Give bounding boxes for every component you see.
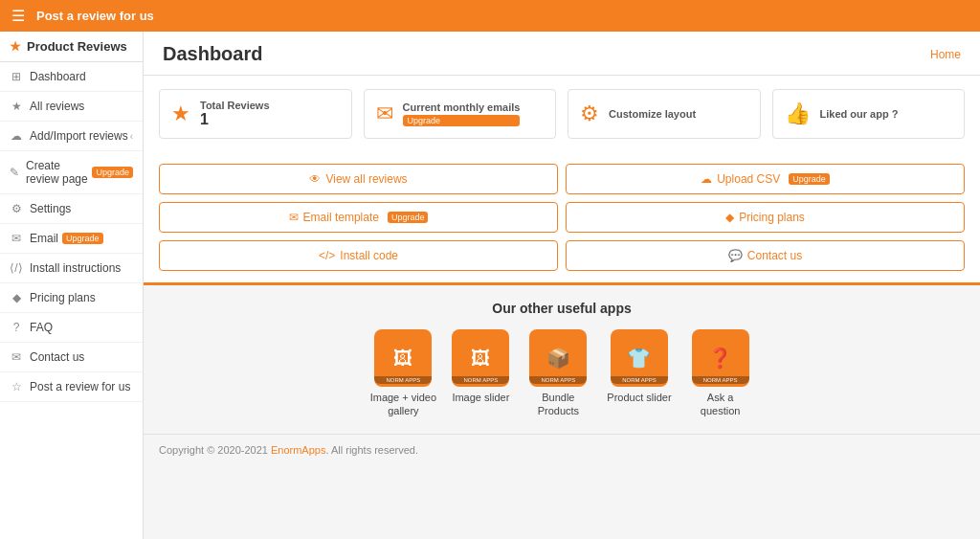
star-stat-icon: ★ [171,101,190,126]
stat-card-monthly-emails[interactable]: ✉ Current monthly emails Upgrade [364,89,557,139]
email-stat-icon: ✉ [376,101,393,126]
content-header: Dashboard Home [144,32,980,76]
home-link[interactable]: Home [930,48,961,61]
install-code-label: Install code [340,249,398,262]
norm-badge-0: NORM APPS [374,376,432,384]
sidebar-item-settings[interactable]: ⚙ Settings [0,194,143,224]
app-card-product-slider[interactable]: 👕 NORM APPS Product slider [607,329,671,418]
footer: Copyright © 2020-2021 EnormApps. All rig… [144,434,980,465]
pricing-plans-button[interactable]: ◆ Pricing plans [566,202,965,233]
edit-icon: ✎ [10,166,19,179]
app-card-bundle-products[interactable]: 📦 NORM APPS Bundle Products [524,329,591,418]
sidebar-label-settings: Settings [30,202,71,215]
sidebar-logo: ★ Product Reviews [0,32,143,62]
stat-label-emails: Current monthly emails [403,101,521,113]
upgrade-badge: Upgrade [92,167,133,178]
other-apps-section: Our other useful apps 🖼 NORM APPS Image … [144,285,980,434]
sidebar-label-contact: Contact us [30,350,84,364]
gear-stat-icon: ⚙ [580,101,599,126]
sidebar-item-post-review[interactable]: ☆ Post a review for us [0,372,143,402]
upload-csv-button[interactable]: ☁ Upload CSV Upgrade [566,164,965,194]
app-icon-bundle-products: 📦 NORM APPS [529,329,587,387]
page-title: Dashboard [163,43,262,65]
stat-info-customize: Customize layout [609,108,696,120]
app-label-image-gallery: Image + video gallery [369,391,436,418]
stat-value-total: 1 [200,111,270,128]
app-label-product-slider: Product slider [607,391,671,404]
upgrade-badge-email-template: Upgrade [388,212,429,223]
sidebar-label-add-import: Add/Import reviews [30,129,128,143]
view-reviews-label: View all reviews [325,172,407,186]
stat-info-total: Total Reviews 1 [200,100,270,128]
norm-badge-1: NORM APPS [452,376,509,384]
norm-badge-3: NORM APPS [611,376,668,384]
eye-icon: 👁 [309,172,321,186]
app-icon-image-gallery: 🖼 NORM APPS [374,329,432,387]
app-label-image-slider: Image slider [452,391,509,404]
stat-label-liked: Liked our app ? [820,108,899,120]
post-star-icon: ☆ [10,380,23,393]
upgrade-badge-csv: Upgrade [789,173,830,185]
stats-row: ★ Total Reviews 1 ✉ Current monthly emai… [144,76,980,152]
upload-csv-icon: ☁ [701,172,712,186]
contact-us-button[interactable]: 💬 Contact us [566,240,965,271]
stat-label-total: Total Reviews [200,100,270,111]
top-bar-label: Post a review for us [36,9,154,23]
sidebar-item-faq[interactable]: ? FAQ [0,313,143,343]
star-icon: ★ [10,39,21,54]
sidebar-item-create-review[interactable]: ✎ Create review page Upgrade [0,151,143,194]
sidebar-item-install[interactable]: ⟨/⟩ Install instructions [0,254,143,283]
chat-icon: 💬 [728,249,743,262]
question-icon: ? [10,321,23,334]
sidebar-label-dashboard: Dashboard [30,70,86,83]
tag-action-icon: ◆ [725,211,734,224]
star-icon: ★ [10,100,23,113]
norm-badge-4: NORM APPS [692,376,749,384]
sidebar-item-pricing[interactable]: ◆ Pricing plans [0,283,143,313]
pricing-plans-label: Pricing plans [739,211,805,224]
app-name: Product Reviews [27,39,127,54]
stat-card-total-reviews[interactable]: ★ Total Reviews 1 [159,89,352,139]
sidebar-label-all-reviews: All reviews [30,100,84,113]
content-area: Dashboard Home ★ Total Reviews 1 ✉ Curre… [144,32,980,539]
sidebar-label-post-review: Post a review for us [30,380,130,393]
upload-csv-label: Upload CSV [717,172,780,186]
email-template-icon: ✉ [289,211,299,224]
sidebar-label-install: Install instructions [30,261,121,275]
sidebar-label-create-review: Create review page [26,159,88,186]
sidebar-item-email[interactable]: ✉ Email Upgrade [0,224,143,254]
hamburger-icon[interactable]: ☰ [11,7,25,25]
footer-link[interactable]: EnormApps [271,444,325,456]
email-template-button[interactable]: ✉ Email template Upgrade [159,202,558,233]
stat-card-customize[interactable]: ⚙ Customize layout [568,89,761,139]
app-card-image-slider[interactable]: 🖼 NORM APPS Image slider [452,329,509,418]
app-card-ask-question[interactable]: ❓ NORM APPS Ask a question [687,329,754,418]
top-bar: ☰ Post a review for us [0,0,980,32]
sidebar-item-add-import[interactable]: ☁ Add/Import reviews ‹ [0,122,143,151]
install-code-button[interactable]: </> Install code [159,240,558,271]
footer-suffix: . All rights reserved. [325,444,418,456]
app-card-image-gallery[interactable]: 🖼 NORM APPS Image + video gallery [369,329,436,418]
sidebar: ★ Product Reviews ⊞ Dashboard ★ All revi… [0,32,144,539]
stat-label-customize: Customize layout [609,108,696,120]
contact-icon: ✉ [10,350,23,364]
sidebar-label-faq: FAQ [30,321,53,334]
app-icon-ask-question: ❓ NORM APPS [692,329,749,387]
app-icon-product-slider: 👕 NORM APPS [611,329,668,387]
stat-info-liked: Liked our app ? [820,108,899,120]
app-label-bundle-products: Bundle Products [524,391,591,418]
email-template-label: Email template [303,211,379,224]
stat-card-liked[interactable]: 👍 Liked our app ? [772,89,966,139]
norm-badge-2: NORM APPS [529,376,587,384]
upgrade-badge-email: Upgrade [62,233,103,244]
view-reviews-button[interactable]: 👁 View all reviews [159,164,558,194]
app-label-ask-question: Ask a question [687,391,754,418]
gear-icon: ⚙ [10,202,23,215]
sidebar-item-dashboard[interactable]: ⊞ Dashboard [0,62,143,92]
sidebar-item-contact[interactable]: ✉ Contact us [0,343,143,372]
other-apps-title: Our other useful apps [159,301,965,316]
sidebar-item-all-reviews[interactable]: ★ All reviews [0,92,143,122]
contact-us-label: Contact us [747,249,802,262]
sidebar-label-pricing: Pricing plans [30,291,96,304]
footer-text: Copyright © 2020-2021 [159,444,271,456]
